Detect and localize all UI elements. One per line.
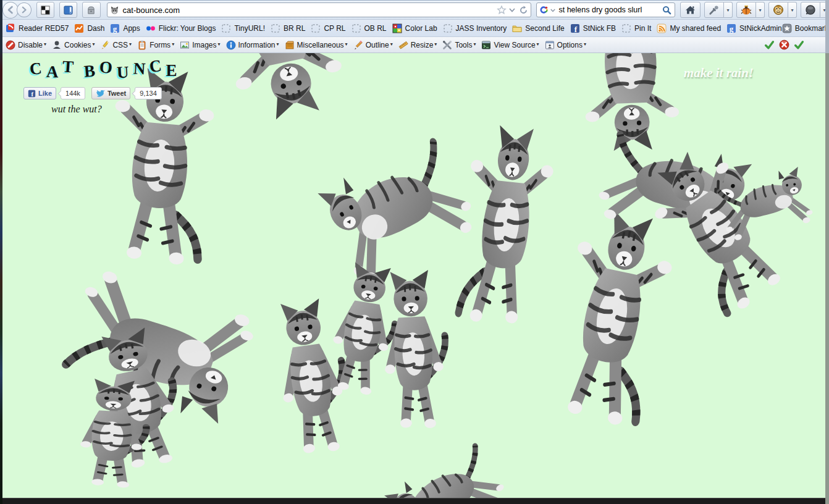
extension-button-window[interactable]: [59, 2, 77, 18]
bookmark-item[interactable]: Color Lab: [392, 23, 437, 33]
search-bar[interactable]: st helens dry goods slurl: [536, 2, 675, 17]
like-label: Like: [38, 90, 52, 97]
devtoolbar-menu-outline[interactable]: Outline▾: [353, 40, 393, 50]
devtoolbar-menu-label: Forms: [149, 41, 170, 49]
bookmark-item[interactable]: CP RL: [311, 23, 345, 33]
title-letter: C: [28, 59, 43, 79]
title-letter: N: [133, 59, 146, 79]
devtoolbar-menu-options[interactable]: Options▾: [545, 40, 586, 50]
title-letter: C: [148, 56, 163, 77]
bookmark-item[interactable]: BR RL: [271, 23, 305, 33]
search-engine-dropdown-icon[interactable]: [550, 8, 555, 12]
bookmark-item[interactable]: Reader RED57: [6, 23, 69, 33]
dropdown-arrow-icon: ▾: [218, 41, 221, 47]
page-content: CAT BOUNCE Like 144k Tweet 9,134 wut the…: [0, 53, 829, 504]
bookmark-item[interactable]: JASS Inventory: [443, 23, 507, 33]
dropdown-arrow-icon: ▾: [172, 41, 174, 47]
firebug-button[interactable]: [736, 2, 756, 18]
devtoolbar-menu-tools[interactable]: Tools▾: [442, 40, 476, 50]
bookmark-item[interactable]: Dash: [74, 23, 104, 33]
misc-icon: [285, 40, 295, 50]
dropdown-arrow-icon: ▾: [92, 41, 95, 47]
eyedropper-button-group: ▾: [704, 2, 733, 18]
greasemonkey-dropdown[interactable]: ▾: [788, 2, 797, 18]
bookmark-star-icon[interactable]: [497, 5, 507, 15]
cookies-icon: [52, 40, 62, 50]
bookmarks-menu-button[interactable]: Bookmarks: [782, 23, 829, 33]
bookmark-item[interactable]: Pin It: [621, 23, 651, 33]
status-error-icon: [779, 40, 789, 50]
devtoolbar-menu-images[interactable]: Images▾: [180, 40, 220, 50]
outline-icon: [353, 40, 363, 50]
images-icon: [180, 40, 190, 50]
search-query-text[interactable]: st helens dry goods slurl: [558, 6, 662, 14]
placeholder-icon: [311, 23, 321, 33]
reload-icon[interactable]: [519, 6, 528, 15]
status-check-icon: [794, 40, 804, 50]
devtoolbar-menu-label: Images: [192, 41, 216, 49]
bookmark-item[interactable]: TinyURL!: [221, 23, 265, 33]
cat-image[interactable]: [365, 267, 461, 433]
url-bar[interactable]: cat-bounce.com: [107, 2, 532, 17]
circle-addon-button[interactable]: [801, 2, 820, 18]
devtoolbar-menu-label: Outline: [366, 41, 389, 49]
devtoolbar-menu-information[interactable]: Information▾: [226, 40, 279, 50]
bookmark-label: Color Lab: [405, 24, 437, 33]
bookmark-item[interactable]: StNick FB: [570, 23, 616, 33]
tweet-button[interactable]: Tweet: [91, 87, 130, 99]
viewsource-icon: [481, 40, 491, 50]
eyedropper-button[interactable]: [704, 2, 724, 18]
search-magnifier-icon[interactable]: [662, 6, 671, 15]
devtoolbar-menu-miscellaneous[interactable]: Miscellaneous▾: [285, 40, 348, 50]
dropdown-arrow-icon: ▾: [473, 41, 476, 47]
home-button[interactable]: [680, 2, 701, 18]
dropdown-arrow-icon: ▾: [390, 41, 393, 47]
greasemonkey-button[interactable]: [768, 2, 788, 18]
extension-button-checker[interactable]: [36, 2, 54, 18]
bookmark-item[interactable]: Apps: [110, 23, 140, 33]
devtoolbar-menu-disable[interactable]: Disable▾: [6, 40, 46, 50]
firebug-dropdown[interactable]: ▾: [756, 2, 765, 18]
devtoolbar-menu-cookies[interactable]: Cookies▾: [52, 40, 95, 50]
firebug-icon: [741, 5, 752, 15]
home-icon: [685, 5, 696, 15]
dash-icon: [74, 23, 84, 33]
bookmark-item[interactable]: OB RL: [351, 23, 387, 33]
cat-image[interactable]: [62, 376, 161, 491]
facebook-like-button[interactable]: Like: [23, 87, 56, 99]
window-edge-right: [825, 53, 829, 504]
options-icon: [545, 40, 555, 50]
eyedropper-dropdown[interactable]: ▾: [724, 2, 733, 18]
dropdown-arrow-icon: ▾: [44, 41, 46, 47]
twitter-bird-icon: [96, 90, 105, 98]
cat-image[interactable]: [198, 53, 357, 132]
url-text[interactable]: cat-bounce.com: [123, 6, 497, 15]
page-title: CAT BOUNCE: [30, 61, 182, 80]
devtoolbar-menu-label: Cookies: [64, 41, 91, 49]
devtoolbar-menu-css[interactable]: CSS▾: [100, 40, 132, 50]
bookmark-item[interactable]: My shared feed: [657, 23, 721, 33]
bookmark-item[interactable]: StNickAdmin: [726, 23, 782, 33]
cat-image[interactable]: [450, 118, 563, 332]
tools-icon: [442, 40, 452, 50]
extension-button-archive[interactable]: [82, 2, 100, 18]
window-bottom-edge: [0, 498, 829, 504]
bookmark-label: CP RL: [324, 24, 345, 33]
desktop-edge-left: [0, 0, 2, 504]
cat-image[interactable]: [375, 438, 519, 504]
css-icon: [100, 40, 110, 50]
window-edge-right-top: [825, 0, 829, 53]
devtoolbar-menu-label: Tools: [455, 41, 472, 49]
devtoolbar-menu-resize[interactable]: Resize▾: [398, 40, 437, 50]
make-it-rain-text[interactable]: make it rain!: [684, 65, 754, 81]
dropdown-arrow-icon: ▾: [277, 41, 279, 47]
devtoolbar-menu-forms[interactable]: Forms▾: [137, 40, 174, 50]
bookmark-item[interactable]: Flickr: Your Blogs: [146, 23, 216, 33]
bookmark-label: Flickr: Your Blogs: [159, 24, 216, 33]
url-dropdown-icon[interactable]: [509, 7, 515, 12]
bookmark-item[interactable]: Second Life: [512, 23, 564, 33]
title-letter: U: [116, 63, 129, 83]
forward-button[interactable]: [17, 2, 31, 17]
facebook-icon: [28, 90, 36, 98]
devtoolbar-menu-view-source[interactable]: View Source▾: [481, 40, 539, 50]
